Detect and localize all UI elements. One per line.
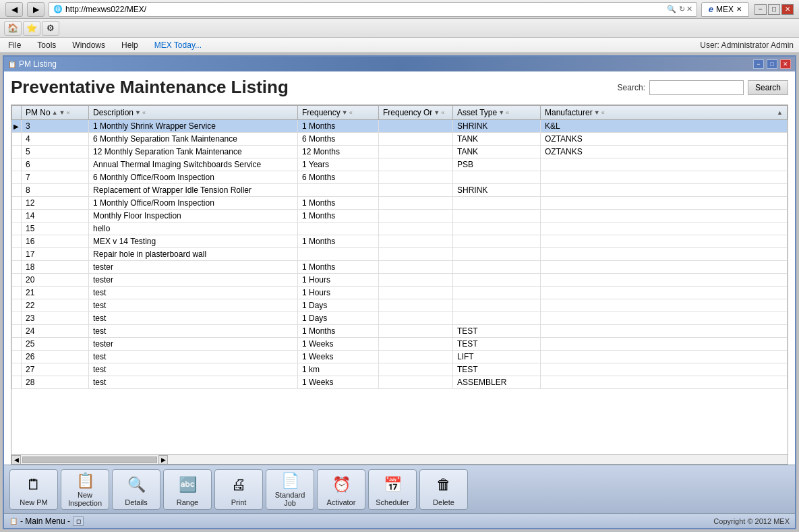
menu-windows[interactable]: Windows <box>69 39 108 51</box>
settings-btn[interactable]: ⚙ <box>42 21 59 36</box>
table-row[interactable]: 28test1 WeeksASSEMBLER <box>12 376 788 389</box>
h-scrollbar[interactable]: ◀ ▶ <box>11 454 788 464</box>
cell-pm-no: 14 <box>22 210 89 223</box>
filter-manufacturer-icon[interactable]: ▼ <box>594 109 600 116</box>
window-minimize-btn[interactable]: − <box>753 59 764 69</box>
browser-close-btn[interactable]: ✕ <box>781 4 794 15</box>
nav-forward-btn[interactable]: ▶ <box>27 2 45 17</box>
cell-frequency-or <box>379 363 453 376</box>
standard-job-button[interactable]: 📄Standard Job <box>266 469 314 510</box>
table-row[interactable]: 24test1 MonthsTEST <box>12 325 788 338</box>
menu-tools[interactable]: Tools <box>34 39 59 51</box>
table-row[interactable]: 18tester1 Months <box>12 261 788 274</box>
restore-btn[interactable]: ◻ <box>73 516 84 526</box>
table-row[interactable]: 27test1 kmTEST <box>12 363 788 376</box>
new-inspection-button[interactable]: 📋New Inspection <box>61 469 109 510</box>
nav-back-btn[interactable]: ◀ <box>5 2 23 17</box>
cell-frequency-or <box>379 171 453 184</box>
scroll-up-icon[interactable]: ▲ <box>777 109 783 116</box>
table-row[interactable]: 16MEX v 14 Testing1 Months <box>12 235 788 248</box>
cell-frequency-or <box>379 351 453 363</box>
window-maximize-btn[interactable]: □ <box>767 59 777 69</box>
table-row[interactable]: 6Annual Thermal Imaging Switchboards Ser… <box>12 158 788 171</box>
table-scroll-area[interactable]: PM No ▲ ▼ « Description ▼ <box>11 105 788 454</box>
h-scroll-left-btn[interactable]: ◀ <box>11 455 21 465</box>
window-close-btn[interactable]: ✕ <box>780 59 791 69</box>
scheduler-button[interactable]: 📅Scheduler <box>368 469 417 510</box>
filter-description-icon[interactable]: ▼ <box>135 109 141 116</box>
table-row[interactable]: 20tester1 Hours <box>12 274 788 287</box>
window-icon: 📋 <box>8 61 16 68</box>
row-indicator <box>12 261 22 274</box>
menu-mex-today[interactable]: MEX Today... <box>152 39 204 51</box>
table-row[interactable]: 76 Monthly Office/Room Inspection6 Month… <box>12 171 788 184</box>
tab-close-icon[interactable]: ✕ <box>736 5 742 13</box>
col-frequency-resize[interactable]: « <box>349 109 353 116</box>
h-scroll-right-btn[interactable]: ▶ <box>158 455 168 465</box>
col-pm-no-resize[interactable]: « <box>67 109 70 116</box>
col-description-label: Description <box>93 108 134 117</box>
col-frequency-or[interactable]: Frequency Or ▼ « <box>379 106 453 120</box>
activator-icon: ⏰ <box>329 473 353 497</box>
table-row[interactable]: 22test1 Days <box>12 299 788 312</box>
col-frequency[interactable]: Frequency ▼ « <box>298 106 379 120</box>
stop-icon[interactable]: ✕ <box>686 5 692 13</box>
browser-maximize-btn[interactable]: □ <box>768 4 780 15</box>
col-description-resize[interactable]: « <box>142 109 146 116</box>
menu-file[interactable]: File <box>5 39 24 51</box>
cell-pm-no: 24 <box>22 325 89 338</box>
browser-minimize-btn[interactable]: − <box>754 4 767 15</box>
cell-manufacturer <box>541 235 788 248</box>
range-button[interactable]: 🔤Range <box>163 469 212 510</box>
col-pm-no[interactable]: PM No ▲ ▼ « <box>22 106 89 120</box>
address-bar[interactable] <box>65 5 667 14</box>
table-row[interactable]: 46 Monthly Separation Tank Maintenance6 … <box>12 133 788 146</box>
cell-description: tester <box>89 274 298 287</box>
new-pm-button[interactable]: 🗒New PM <box>9 469 58 510</box>
filter-frequency-icon[interactable]: ▼ <box>342 109 348 116</box>
search-input[interactable] <box>649 80 744 95</box>
cell-frequency: 1 Weeks <box>298 351 379 363</box>
print-button[interactable]: 🖨Print <box>214 469 263 510</box>
table-row[interactable]: 512 Monthly Separation Tank Maintenance1… <box>12 146 788 158</box>
row-indicator <box>12 351 22 363</box>
cell-frequency <box>298 248 379 261</box>
menu-help[interactable]: Help <box>119 39 141 51</box>
col-asset-type[interactable]: Asset Type ▼ « <box>453 106 541 120</box>
search-button[interactable]: Search <box>748 80 788 95</box>
cell-asset-type <box>453 287 541 299</box>
cell-frequency: 12 Months <box>298 146 379 158</box>
table-row[interactable]: 17Repair hole in plasterboard wall <box>12 248 788 261</box>
col-manufacturer-resize[interactable]: « <box>601 109 605 116</box>
col-frequency-or-resize[interactable]: « <box>441 109 444 116</box>
table-row[interactable]: 21test1 Hours <box>12 287 788 299</box>
tab-mex[interactable]: e MEX ✕ <box>701 2 749 17</box>
cell-description: hello <box>89 223 298 235</box>
home-btn[interactable]: 🏠 <box>4 21 22 36</box>
filter-pm-no-icon[interactable]: ▼ <box>59 109 65 116</box>
table-row[interactable]: 15hello <box>12 223 788 235</box>
filter-frequency-or-icon[interactable]: ▼ <box>434 109 440 116</box>
h-scroll-thumb[interactable] <box>22 456 157 463</box>
refresh-icon[interactable]: ↻ <box>679 5 685 13</box>
table-row[interactable]: 26test1 WeeksLIFT <box>12 351 788 363</box>
details-button[interactable]: 🔍Details <box>112 469 160 510</box>
table-row[interactable]: 121 Monthly Office/Room Inspection1 Mont… <box>12 197 788 210</box>
delete-button[interactable]: 🗑Delete <box>419 469 468 510</box>
table-row[interactable]: 23test1 Days <box>12 312 788 325</box>
col-description[interactable]: Description ▼ « <box>89 106 298 120</box>
table-row[interactable]: 8Replacement of Wrapper Idle Tension Rol… <box>12 184 788 197</box>
activator-button[interactable]: ⏰Activator <box>317 469 365 510</box>
table-row[interactable]: 14Monthly Floor Inspection1 Months <box>12 210 788 223</box>
col-manufacturer[interactable]: Manufacturer ▼ « ▲ <box>541 106 788 120</box>
table-row[interactable]: 25tester1 WeeksTEST <box>12 338 788 351</box>
cell-frequency-or <box>379 133 453 146</box>
cell-pm-no: 28 <box>22 376 89 389</box>
cell-asset-type: ASSEMBLER <box>453 376 541 389</box>
table-row[interactable]: ▶31 Monthly Shrink Wrapper Service1 Mont… <box>12 120 788 133</box>
col-asset-type-resize[interactable]: « <box>506 109 509 116</box>
sort-pm-no-icon[interactable]: ▲ <box>52 109 58 116</box>
cell-frequency-or <box>379 235 453 248</box>
favorites-btn[interactable]: ⭐ <box>23 21 40 36</box>
filter-asset-type-icon[interactable]: ▼ <box>498 109 504 116</box>
